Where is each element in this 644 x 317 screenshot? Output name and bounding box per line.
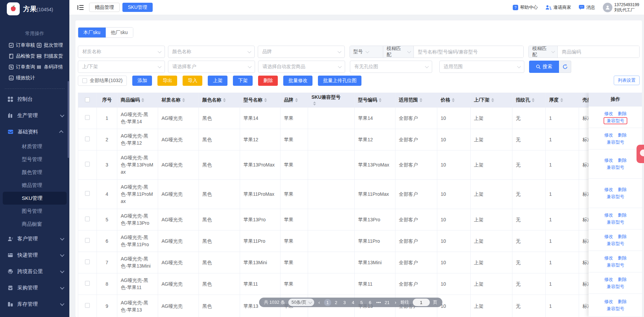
page-number[interactable]: 5 [358, 299, 365, 306]
edit-link[interactable]: 修改 [604, 276, 613, 283]
select-all-checkbox[interactable] [82, 78, 87, 83]
col-product-code[interactable]: 商品编码 [117, 93, 158, 108]
compat-model-link[interactable]: 兼容型号 [607, 194, 624, 199]
shelf-off-button[interactable]: 下架 [233, 76, 253, 86]
col-price[interactable]: 价格 [437, 93, 471, 108]
col-material[interactable]: 材质名称 [158, 93, 199, 108]
scope-select[interactable]: 适用范围 [439, 61, 524, 73]
model-match-mode-select[interactable]: 模糊匹配 [383, 46, 414, 58]
compat-model-link[interactable]: 兼容型号 [607, 165, 624, 170]
sidebar-item-customer[interactable]: 客户管理 [0, 231, 69, 247]
edit-link[interactable]: 修改 [604, 212, 613, 218]
col-color[interactable]: 颜色名称 [199, 93, 240, 108]
col-model-name[interactable]: 型号名称 [240, 93, 281, 108]
batch-upload-hole-button[interactable]: 批量上传孔位图 [318, 76, 361, 86]
col-thickness[interactable]: 厚度 [546, 93, 579, 108]
select-all-box[interactable]: 全部结果(1032) [78, 76, 127, 86]
delete-button[interactable]: 删除 [258, 76, 278, 86]
edit-link[interactable]: 修改 [604, 234, 613, 240]
page-number[interactable]: 1 [324, 299, 331, 306]
quick-item-barcode-detail[interactable]: 条码详情 [37, 64, 65, 70]
sidebar-item-basic-data[interactable]: 基础资料 [0, 124, 69, 140]
add-button[interactable]: 添加 [132, 76, 152, 86]
edit-link[interactable]: 修改 [604, 187, 613, 193]
shelf-status-select[interactable]: 上/下架 [78, 61, 165, 73]
sidebar-item-express[interactable]: 快递管理 [0, 247, 69, 263]
compat-model-link[interactable]: 兼容型号 [607, 306, 624, 311]
sidebar-scrollbar[interactable] [68, 81, 69, 158]
auto-ship-product-select[interactable]: 请选择自动发货商品 [258, 61, 345, 73]
row-checkbox[interactable] [85, 238, 90, 243]
sidebar-item-purchase[interactable]: 采购管理 [0, 280, 69, 296]
quick-item-batch-manage[interactable]: 批次管理 [37, 42, 65, 48]
tab-own-factory-sku[interactable]: 本厂sku [78, 28, 106, 37]
hole-diagram-select[interactable]: 有无孔位图 [350, 61, 432, 73]
quick-item-performance-stats[interactable]: 绩效统计 [9, 75, 37, 81]
row-checkbox[interactable] [85, 162, 90, 167]
edit-link[interactable]: 修改 [604, 132, 613, 138]
col-scope[interactable]: 适用范围 [395, 93, 437, 108]
sidebar-item-material-manage[interactable]: 材质管理 [3, 140, 67, 153]
compat-model-link[interactable]: 兼容型号 [607, 263, 624, 268]
customer-select[interactable]: 请选择客户 [168, 61, 255, 73]
row-checkbox[interactable] [85, 259, 90, 264]
goto-page-input[interactable] [413, 299, 430, 306]
row-checkbox[interactable] [85, 217, 90, 221]
delete-link[interactable]: 删除 [618, 299, 627, 305]
tab-sku-manage[interactable]: SKU管理 [122, 3, 153, 12]
batch-edit-button[interactable]: 批量修改 [283, 76, 312, 86]
compat-model-link[interactable]: 兼容型号 [607, 241, 624, 246]
list-settings-button[interactable]: 列表设置 [614, 76, 640, 85]
brand-select[interactable]: 品牌 [258, 46, 345, 58]
material-name-select[interactable]: 材质名称 [78, 46, 165, 58]
next-page-arrow[interactable]: › [394, 300, 397, 305]
delete-link[interactable]: 删除 [618, 132, 627, 138]
more-pages-ellipsis[interactable]: ••• [375, 299, 382, 306]
sidebar-item-gift-manage[interactable]: 赠品管理 [3, 179, 67, 192]
col-model-code[interactable]: 型号编码 [355, 93, 395, 108]
compat-model-link-highlighted[interactable]: 兼容型号 [604, 117, 627, 124]
quick-item-order-review[interactable]: 订单审核 [9, 42, 37, 48]
row-checkbox[interactable] [85, 303, 90, 308]
page-number[interactable]: 4 [350, 299, 357, 306]
sidebar-item-model-manage[interactable]: 型号管理 [3, 153, 67, 166]
page-number[interactable]: 21 [384, 299, 391, 306]
header-checkbox[interactable] [85, 97, 90, 102]
collapse-menu-icon[interactable] [78, 5, 84, 10]
edit-link[interactable]: 修改 [604, 157, 613, 163]
shelf-on-button[interactable]: 上架 [208, 76, 227, 86]
prev-page-arrow[interactable]: ‹ [318, 300, 321, 305]
sidebar-item-color-manage[interactable]: 颜色管理 [3, 166, 67, 179]
tab-other-factory-sku[interactable]: 他厂sku [106, 28, 133, 37]
model-field-select[interactable]: 型号 [350, 46, 383, 58]
invite-merchant-link[interactable]: 邀请商家 [545, 4, 571, 11]
delete-link[interactable]: 删除 [618, 212, 627, 218]
product-code-input[interactable] [558, 46, 639, 58]
delete-link[interactable]: 删除 [618, 234, 627, 240]
col-brand[interactable]: 品牌 [281, 93, 308, 108]
sidebar-item-sku-manage[interactable]: SKU管理 [3, 192, 67, 205]
export-button[interactable]: 导出 [157, 76, 177, 86]
page-number[interactable]: 6 [367, 299, 374, 306]
compat-model-link[interactable]: 兼容型号 [607, 284, 624, 289]
sidebar-item-console[interactable]: 控制台 [0, 91, 69, 107]
model-search-input[interactable] [414, 46, 523, 58]
delete-link[interactable]: 删除 [618, 187, 627, 193]
quick-item-quality-check[interactable]: 品检验货 [9, 53, 37, 59]
color-name-select[interactable]: 颜色名称 [168, 46, 255, 58]
row-checkbox[interactable] [85, 137, 90, 141]
floating-red-tab[interactable] [637, 145, 644, 163]
col-fingerprint-hole[interactable]: 指纹孔 [512, 93, 546, 108]
quick-item-scan-ship[interactable]: 扫描发货 [37, 53, 65, 59]
sidebar-item-inventory[interactable]: 库存管理 [0, 296, 69, 312]
refresh-button[interactable] [559, 61, 571, 73]
page-number[interactable]: 3 [341, 299, 348, 306]
edit-link[interactable]: 修改 [604, 255, 613, 261]
search-button[interactable]: 搜索 [529, 61, 559, 73]
edit-link[interactable]: 修改 [604, 299, 613, 305]
delete-link[interactable]: 删除 [618, 111, 627, 117]
sidebar-item-product-showcase[interactable]: 商品橱窗 [3, 218, 67, 231]
compat-model-link[interactable]: 兼容型号 [607, 140, 624, 145]
sidebar-item-crossborder[interactable]: 跨境首公里 [0, 263, 69, 280]
delete-link[interactable]: 删除 [618, 276, 627, 283]
